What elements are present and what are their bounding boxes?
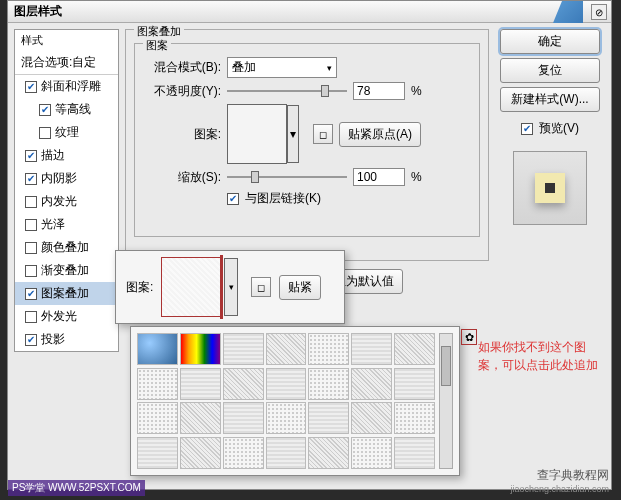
dialog-title: 图层样式: [14, 3, 62, 20]
pattern-thumb-5[interactable]: [351, 333, 392, 365]
sidebar-item-11[interactable]: 投影: [15, 328, 118, 351]
pattern-thumb-23[interactable]: [223, 437, 264, 469]
pattern-thumb-2[interactable]: [223, 333, 264, 365]
sidebar-header: 样式: [15, 30, 118, 51]
scale-input[interactable]: 100: [353, 168, 405, 186]
sidebar-label-9: 图案叠加: [41, 285, 89, 302]
sidebar-checkbox-5[interactable]: [25, 196, 37, 208]
sidebar-checkbox-3[interactable]: [25, 150, 37, 162]
blend-options-item[interactable]: 混合选项:自定: [15, 51, 118, 75]
sidebar-checkbox-7[interactable]: [25, 242, 37, 254]
pattern-scrollbar[interactable]: [439, 333, 453, 469]
sidebar-checkbox-10[interactable]: [25, 311, 37, 323]
pattern-thumb-7[interactable]: [137, 368, 178, 400]
pattern-overlay-section: 图案叠加 图案 混合模式(B): 叠加 ▾ 不透明度(Y):: [125, 29, 489, 261]
sidebar-label-6: 光泽: [41, 216, 65, 233]
opacity-slider[interactable]: [227, 84, 347, 98]
new-style-button[interactable]: 新建样式(W)...: [500, 87, 600, 112]
pattern-thumb-14[interactable]: [137, 402, 178, 434]
pattern-thumb-21[interactable]: [137, 437, 178, 469]
titlebar-decoration: [553, 1, 583, 23]
sidebar-checkbox-9[interactable]: [25, 288, 37, 300]
pattern-thumb-19[interactable]: [351, 402, 392, 434]
sidebar-item-4[interactable]: 内阴影: [15, 167, 118, 190]
sidebar-checkbox-0[interactable]: [25, 81, 37, 93]
sidebar-item-2[interactable]: 纹理: [15, 121, 118, 144]
pattern-thumb-6[interactable]: [394, 333, 435, 365]
pattern-thumb-8[interactable]: [180, 368, 221, 400]
sidebar-item-5[interactable]: 内发光: [15, 190, 118, 213]
watermark-psxt: PS学堂 WWW.52PSXT.COM: [8, 480, 145, 496]
sidebar-item-6[interactable]: 光泽: [15, 213, 118, 236]
opacity-unit: %: [411, 84, 422, 98]
preview-box: [513, 151, 587, 225]
annotation-text: 如果你找不到这个图案，可以点击此处追加: [478, 338, 598, 374]
pattern-thumb-13[interactable]: [394, 368, 435, 400]
blend-mode-value: 叠加: [232, 59, 256, 76]
sidebar-item-0[interactable]: 斜面和浮雕: [15, 75, 118, 98]
popup-pattern-label: 图案:: [126, 279, 153, 296]
sidebar-label-10: 外发光: [41, 308, 77, 325]
reset-button[interactable]: 复位: [500, 58, 600, 83]
sidebar-checkbox-2[interactable]: [39, 127, 51, 139]
watermark-chazidian: 查字典教程网 jiaocheng.chazidian.com: [510, 467, 609, 494]
pattern-swatch[interactable]: ▾: [227, 104, 287, 164]
popup-dropdown-icon[interactable]: ▾: [224, 258, 238, 316]
blend-mode-select[interactable]: 叠加 ▾: [227, 57, 337, 78]
preview-checkbox[interactable]: [521, 123, 533, 135]
ok-button[interactable]: 确定: [500, 29, 600, 54]
sidebar-checkbox-1[interactable]: [39, 104, 51, 116]
sidebar-item-8[interactable]: 渐变叠加: [15, 259, 118, 282]
sidebar-label-8: 渐变叠加: [41, 262, 89, 279]
pattern-thumb-16[interactable]: [223, 402, 264, 434]
scale-label: 缩放(S):: [139, 169, 221, 186]
new-pattern-button[interactable]: ◻: [313, 124, 333, 144]
pattern-label: 图案:: [139, 126, 221, 143]
pattern-thumb-18[interactable]: [308, 402, 349, 434]
popup-new-pattern-button[interactable]: ◻: [251, 277, 271, 297]
pattern-thumb-3[interactable]: [266, 333, 307, 365]
pattern-fieldset: 图案 混合模式(B): 叠加 ▾ 不透明度(Y): 78: [134, 43, 480, 237]
pattern-thumb-24[interactable]: [266, 437, 307, 469]
pattern-thumb-0[interactable]: [137, 333, 178, 365]
gear-icon[interactable]: ✿: [461, 329, 477, 345]
sidebar-checkbox-11[interactable]: [25, 334, 37, 346]
pattern-thumb-12[interactable]: [351, 368, 392, 400]
pattern-thumb-9[interactable]: [223, 368, 264, 400]
pattern-thumb-15[interactable]: [180, 402, 221, 434]
scale-unit: %: [411, 170, 422, 184]
opacity-input[interactable]: 78: [353, 82, 405, 100]
pattern-thumb-20[interactable]: [394, 402, 435, 434]
sidebar-item-9[interactable]: 图案叠加: [15, 282, 118, 305]
pattern-thumb-25[interactable]: [308, 437, 349, 469]
pattern-thumb-27[interactable]: [394, 437, 435, 469]
pattern-thumb-26[interactable]: [351, 437, 392, 469]
sidebar-checkbox-6[interactable]: [25, 219, 37, 231]
sidebar-item-10[interactable]: 外发光: [15, 305, 118, 328]
pattern-thumb-22[interactable]: [180, 437, 221, 469]
popup-pattern-swatch[interactable]: ▾: [161, 257, 221, 317]
pattern-thumb-1[interactable]: [180, 333, 221, 365]
link-with-layer-checkbox[interactable]: [227, 193, 239, 205]
popup-snap-button[interactable]: 贴紧: [279, 275, 321, 300]
sidebar-checkbox-4[interactable]: [25, 173, 37, 185]
sidebar-checkbox-8[interactable]: [25, 265, 37, 277]
pattern-thumb-4[interactable]: [308, 333, 349, 365]
sidebar-label-0: 斜面和浮雕: [41, 78, 101, 95]
sidebar-label-11: 投影: [41, 331, 65, 348]
snap-origin-button[interactable]: 贴紧原点(A): [339, 122, 421, 147]
close-button[interactable]: ⊘: [591, 4, 607, 20]
pattern-dropdown-icon[interactable]: ▾: [287, 105, 299, 163]
sidebar-item-1[interactable]: 等高线: [15, 98, 118, 121]
sidebar-item-3[interactable]: 描边: [15, 144, 118, 167]
pattern-thumb-11[interactable]: [308, 368, 349, 400]
sidebar-label-2: 纹理: [55, 124, 79, 141]
blend-mode-label: 混合模式(B):: [139, 59, 221, 76]
pattern-thumb-10[interactable]: [266, 368, 307, 400]
preview-label: 预览(V): [539, 120, 579, 137]
link-with-layer-label: 与图层链接(K): [245, 190, 321, 207]
pattern-thumb-17[interactable]: [266, 402, 307, 434]
section-title: 图案叠加: [134, 24, 184, 39]
sidebar-item-7[interactable]: 颜色叠加: [15, 236, 118, 259]
scale-slider[interactable]: [227, 170, 347, 184]
